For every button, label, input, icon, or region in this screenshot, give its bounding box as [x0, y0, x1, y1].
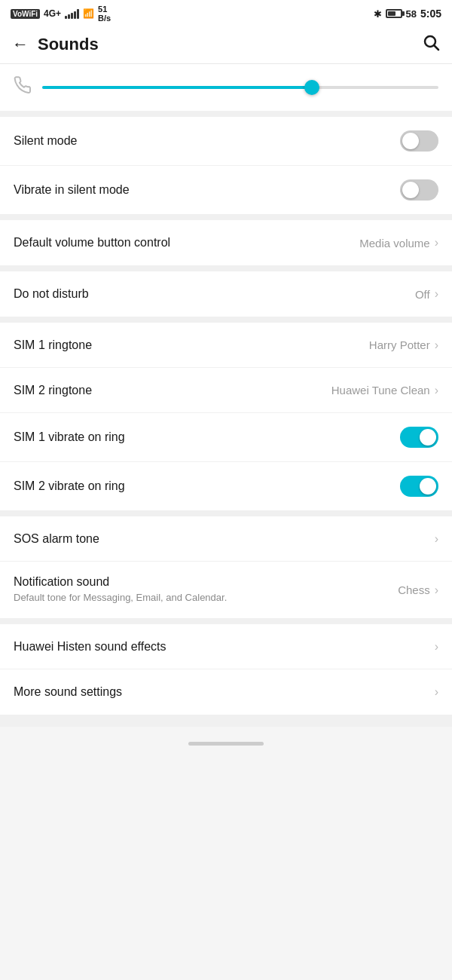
chevron-right-icon-notif: › [435, 583, 438, 597]
time-display: 5:05 [420, 8, 441, 20]
bottom-home-indicator-area [0, 727, 452, 758]
phone-volume-icon [14, 76, 32, 99]
search-button[interactable] [422, 33, 440, 56]
silent-section: Silent mode Vibrate in silent mode [0, 117, 452, 214]
bluetooth-icon: ✱ [374, 8, 382, 20]
notification-sound-value: Chess › [398, 583, 438, 597]
sim2-ringtone-item[interactable]: SIM 2 ringtone Huawei Tune Clean › [0, 368, 452, 413]
more-sound-settings-item[interactable]: More sound settings › [0, 669, 452, 715]
page-title: Sounds [38, 35, 422, 54]
sim1-vibrate-toggle[interactable] [400, 427, 438, 448]
vibrate-silent-item[interactable]: Vibrate in silent mode [0, 166, 452, 214]
notification-sound-subtitle: Default tone for Messaging, Email, and C… [14, 591, 255, 605]
histen-label: Huawei Histen sound effects [14, 640, 166, 654]
sim1-vibrate-label: SIM 1 vibrate on ring [14, 430, 125, 444]
chevron-right-icon-more: › [435, 685, 438, 699]
volume-button-control-label: Default volume button control [14, 236, 170, 250]
volume-row [0, 64, 452, 117]
volume-button-section: Default volume button control Media volu… [0, 220, 452, 265]
sim2-vibrate-toggle[interactable] [400, 476, 438, 497]
status-bar: VoWiFi 4G+ 📶 51B/s ✱ 58 5:05 [0, 0, 452, 26]
chevron-right-icon-dnd: › [435, 287, 438, 301]
status-right: ✱ 58 5:05 [374, 8, 442, 20]
sim1-ringtone-item[interactable]: SIM 1 ringtone Harry Potter › [0, 323, 452, 368]
histen-sound-effects-item[interactable]: Huawei Histen sound effects › [0, 624, 452, 669]
svg-line-1 [435, 46, 439, 51]
home-indicator [188, 742, 264, 746]
sim-section: SIM 1 ringtone Harry Potter › SIM 2 ring… [0, 323, 452, 510]
notification-sound-item[interactable]: Notification sound Default tone for Mess… [0, 562, 452, 618]
notification-sound-label-block: Notification sound Default tone for Mess… [14, 575, 390, 605]
network-type: 4G+ [44, 8, 61, 19]
dnd-label: Do not disturb [14, 287, 89, 301]
volume-button-control-item[interactable]: Default volume button control Media volu… [0, 220, 452, 265]
signal-bars-icon [65, 9, 79, 19]
battery-icon [386, 9, 402, 18]
chevron-right-icon: › [435, 236, 438, 250]
sim2-ringtone-value: Huawei Tune Clean › [331, 384, 438, 397]
chevron-right-icon-sos: › [435, 532, 438, 546]
silent-mode-label: Silent mode [14, 134, 78, 148]
dnd-item[interactable]: Do not disturb Off › [0, 271, 452, 317]
volume-button-control-value: Media volume › [359, 236, 438, 250]
more-sound-chevron: › [435, 685, 438, 699]
chevron-right-icon-sim1ring: › [435, 338, 438, 352]
chevron-right-icon-sim2ring: › [435, 384, 438, 397]
vibrate-silent-toggle[interactable] [400, 179, 438, 201]
sim2-ringtone-label: SIM 2 ringtone [14, 384, 92, 397]
vowifi-label: VoWiFi [11, 9, 40, 19]
vibrate-silent-label: Vibrate in silent mode [14, 183, 130, 197]
battery-percent: 58 [406, 8, 417, 20]
histen-chevron: › [435, 640, 438, 654]
app-header: ← Sounds [0, 26, 452, 64]
back-button[interactable]: ← [12, 36, 29, 53]
silent-mode-item[interactable]: Silent mode [0, 117, 452, 166]
dnd-section: Do not disturb Off › [0, 271, 452, 317]
sim1-ringtone-label: SIM 1 ringtone [14, 338, 92, 352]
alarm-notif-section: SOS alarm tone › Notification sound Defa… [0, 516, 452, 618]
extra-section: Huawei Histen sound effects › More sound… [0, 624, 452, 715]
dnd-value: Off › [415, 287, 438, 301]
sim2-vibrate-item[interactable]: SIM 2 vibrate on ring [0, 462, 452, 510]
speed-label: 51B/s [98, 5, 111, 23]
volume-slider[interactable] [42, 80, 438, 95]
chevron-right-icon-histen: › [435, 640, 438, 654]
notification-sound-title: Notification sound [14, 575, 390, 589]
status-left: VoWiFi 4G+ 📶 51B/s [11, 5, 111, 23]
sim1-ringtone-value: Harry Potter › [369, 338, 438, 352]
wifi-icon: 📶 [83, 8, 94, 19]
sim1-vibrate-item[interactable]: SIM 1 vibrate on ring [0, 413, 452, 462]
sim2-vibrate-label: SIM 2 vibrate on ring [14, 479, 125, 493]
more-sound-label: More sound settings [14, 685, 122, 699]
sos-alarm-chevron: › [435, 532, 438, 546]
sos-alarm-tone-item[interactable]: SOS alarm tone › [0, 516, 452, 562]
silent-mode-toggle[interactable] [400, 130, 438, 152]
sos-alarm-label: SOS alarm tone [14, 532, 99, 546]
